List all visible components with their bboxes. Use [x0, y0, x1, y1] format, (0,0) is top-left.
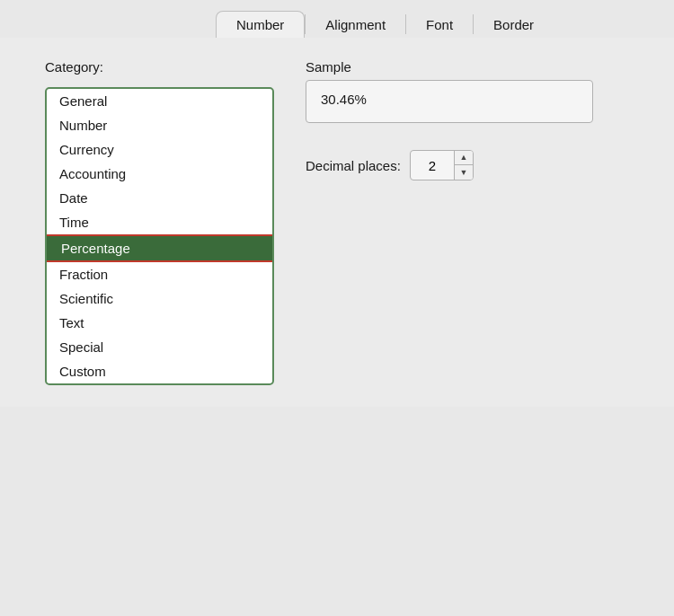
category-item-scientific[interactable]: Scientific: [47, 286, 272, 311]
sample-section: Sample 30.46%: [306, 59, 647, 123]
sample-label: Sample: [306, 59, 647, 75]
category-label: Category:: [45, 59, 279, 75]
tab-border[interactable]: Border: [474, 12, 554, 38]
category-item-special[interactable]: Special: [47, 335, 272, 359]
category-list: General Number Currency Accounting Date …: [45, 87, 274, 385]
decimal-label: Decimal places:: [306, 158, 401, 173]
sample-value: 30.46%: [306, 80, 593, 123]
tab-bar: Number Alignment Font Border: [0, 0, 674, 38]
category-item-number[interactable]: Number: [47, 113, 272, 137]
category-item-text[interactable]: Text: [47, 311, 272, 335]
spinner-up-button[interactable]: ▲: [455, 151, 473, 165]
category-item-fraction[interactable]: Fraction: [47, 262, 272, 286]
content-area: Category: General Number Currency Accoun…: [0, 38, 674, 407]
category-item-general[interactable]: General: [47, 89, 272, 113]
tab-alignment[interactable]: Alignment: [306, 12, 405, 38]
right-panel: Sample 30.46% Decimal places: ▲ ▼: [306, 59, 647, 385]
decimal-input-wrapper: ▲ ▼: [410, 150, 474, 180]
decimal-input[interactable]: [411, 154, 454, 177]
spinner-buttons: ▲ ▼: [454, 151, 473, 180]
category-item-accounting[interactable]: Accounting: [47, 162, 272, 186]
tab-font[interactable]: Font: [406, 12, 473, 38]
category-item-currency[interactable]: Currency: [47, 137, 272, 162]
spinner-down-button[interactable]: ▼: [455, 165, 473, 180]
left-panel: Category: General Number Currency Accoun…: [45, 59, 279, 385]
category-item-time[interactable]: Time: [47, 210, 272, 234]
category-item-custom[interactable]: Custom: [47, 359, 272, 383]
decimal-row: Decimal places: ▲ ▼: [306, 150, 647, 180]
tab-number[interactable]: Number: [216, 11, 305, 38]
category-item-date[interactable]: Date: [47, 186, 272, 210]
category-item-percentage[interactable]: Percentage: [45, 234, 274, 262]
